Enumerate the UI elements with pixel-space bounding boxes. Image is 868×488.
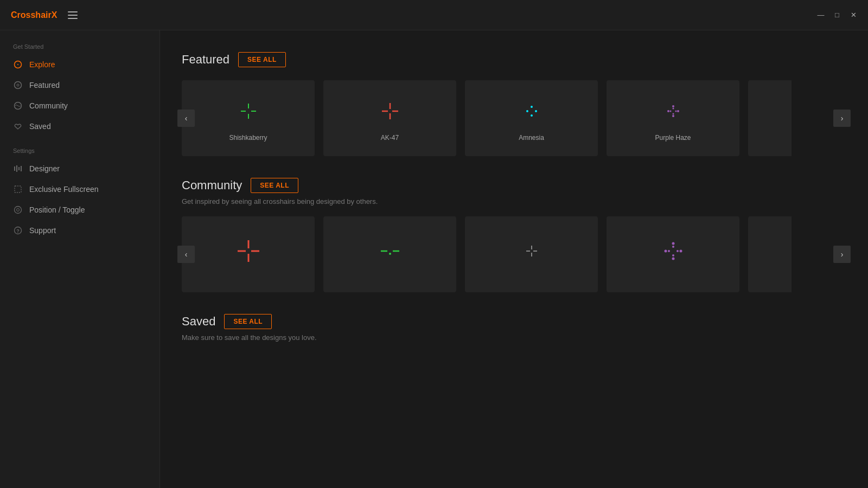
community-card-1[interactable] — [182, 216, 315, 292]
community-card-partial — [748, 216, 792, 292]
svg-point-45 — [672, 242, 674, 245]
svg-point-27 — [672, 108, 674, 110]
sidebar-label-community: Community — [29, 101, 68, 110]
crosshair-purple-haze — [657, 95, 690, 127]
svg-rect-6 — [16, 165, 17, 172]
app-title: CrosshairX — [11, 10, 57, 20]
crosshair-amnesia — [515, 95, 548, 127]
hamburger-menu[interactable] — [68, 11, 78, 19]
sidebar-label-exclusive-fullscreen: Exclusive Fullscreen — [29, 185, 99, 194]
svg-point-33 — [677, 110, 679, 112]
featured-card-ak47[interactable]: AK-47 — [323, 80, 456, 156]
featured-carousel: Shishkaberry AK-47 — [182, 80, 846, 156]
crosshair-community-2 — [374, 235, 406, 267]
featured-icon — [13, 80, 23, 90]
card-name-shishkaberry: Shishkaberry — [229, 134, 267, 142]
crosshair-ak47 — [374, 95, 406, 127]
support-icon: ? — [13, 226, 23, 235]
titlebar-left: CrosshairX — [11, 10, 78, 20]
sidebar-item-saved[interactable]: Saved — [0, 116, 159, 137]
svg-point-49 — [664, 250, 667, 253]
svg-point-47 — [672, 254, 674, 256]
svg-point-26 — [672, 105, 674, 107]
crosshair-community-3 — [515, 235, 548, 267]
card-name-amnesia: Amnesia — [519, 134, 544, 142]
sidebar-item-designer[interactable]: Designer — [0, 158, 159, 179]
svg-rect-5 — [14, 166, 15, 171]
featured-card-partial — [748, 80, 792, 156]
svg-point-40 — [389, 253, 391, 255]
close-button[interactable]: ✕ — [850, 11, 857, 19]
svg-point-32 — [675, 111, 676, 112]
sidebar: Get Started Explore Featured — [0, 30, 160, 488]
svg-point-24 — [526, 110, 528, 112]
sidebar-item-exclusive-fullscreen[interactable]: Exclusive Fullscreen — [0, 179, 159, 200]
featured-see-all-button[interactable]: SEE ALL — [238, 52, 286, 67]
sidebar-item-explore[interactable]: Explore — [0, 54, 159, 75]
sidebar-item-support[interactable]: ? Support — [0, 220, 159, 241]
svg-point-2 — [15, 82, 22, 89]
sidebar-label-position-toggle: Position / Toggle — [29, 206, 85, 214]
svg-point-46 — [672, 246, 674, 248]
sidebar-item-position-toggle[interactable]: Position / Toggle — [0, 200, 159, 220]
saved-icon — [13, 121, 23, 131]
designer-icon — [13, 164, 23, 174]
featured-prev-button[interactable]: ‹ — [177, 110, 195, 127]
svg-point-22 — [531, 106, 533, 108]
saved-title: Saved — [182, 314, 215, 329]
titlebar: CrosshairX — □ ✕ — [0, 0, 868, 30]
card-name-purple-haze: Purple Haze — [655, 134, 691, 142]
community-card-4[interactable] — [607, 216, 739, 292]
svg-point-30 — [667, 110, 669, 112]
community-card-2[interactable] — [323, 216, 456, 292]
maximize-button[interactable]: □ — [833, 11, 841, 19]
svg-rect-8 — [21, 166, 22, 171]
svg-rect-7 — [18, 167, 20, 170]
fullscreen-icon — [13, 184, 23, 194]
svg-point-48 — [672, 258, 674, 260]
app-title-text: Crosshair — [11, 10, 52, 20]
svg-point-52 — [679, 250, 682, 253]
saved-description: Make sure to save all the designs you lo… — [182, 333, 846, 342]
community-next-button[interactable]: › — [833, 246, 851, 263]
svg-point-1 — [17, 64, 18, 65]
community-icon — [13, 101, 23, 111]
get-started-label: Get Started — [0, 43, 159, 50]
svg-point-11 — [17, 209, 20, 211]
svg-text:?: ? — [16, 228, 20, 234]
app-title-accent: X — [52, 10, 58, 20]
community-see-all-button[interactable]: SEE ALL — [251, 178, 298, 193]
sidebar-item-community[interactable]: Community — [0, 95, 159, 116]
featured-section-header: Featured SEE ALL — [182, 52, 846, 67]
svg-point-28 — [672, 113, 674, 115]
svg-point-31 — [669, 111, 671, 112]
main-content: Featured SEE ALL ‹ — [160, 30, 868, 488]
featured-carousel-wrapper: ‹ Shishkaberry — [182, 80, 846, 156]
sidebar-label-support: Support — [29, 226, 56, 235]
app-body: Get Started Explore Featured — [0, 30, 868, 488]
featured-card-amnesia[interactable]: Amnesia — [465, 80, 598, 156]
saved-section-header: Saved SEE ALL — [182, 314, 846, 329]
featured-card-purple-haze[interactable]: Purple Haze — [607, 80, 739, 156]
saved-see-all-button[interactable]: SEE ALL — [224, 314, 272, 329]
svg-point-23 — [531, 114, 533, 117]
sidebar-item-featured[interactable]: Featured — [0, 75, 159, 95]
svg-point-29 — [672, 115, 674, 117]
featured-next-button[interactable]: › — [833, 110, 851, 127]
svg-point-10 — [15, 207, 22, 214]
community-prev-button[interactable]: ‹ — [177, 246, 195, 263]
community-carousel — [182, 216, 846, 292]
sidebar-label-saved: Saved — [29, 122, 51, 131]
featured-card-shishkaberry[interactable]: Shishkaberry — [182, 80, 315, 156]
minimize-button[interactable]: — — [817, 11, 825, 19]
community-carousel-wrapper: ‹ — [182, 216, 846, 292]
position-icon — [13, 205, 23, 215]
card-name-ak47: AK-47 — [381, 134, 399, 142]
featured-title: Featured — [182, 53, 229, 67]
community-card-3[interactable] — [465, 216, 598, 292]
svg-point-50 — [668, 250, 670, 252]
svg-point-25 — [535, 110, 537, 112]
svg-rect-9 — [15, 186, 21, 192]
window-controls: — □ ✕ — [817, 11, 857, 19]
svg-point-3 — [17, 84, 19, 86]
